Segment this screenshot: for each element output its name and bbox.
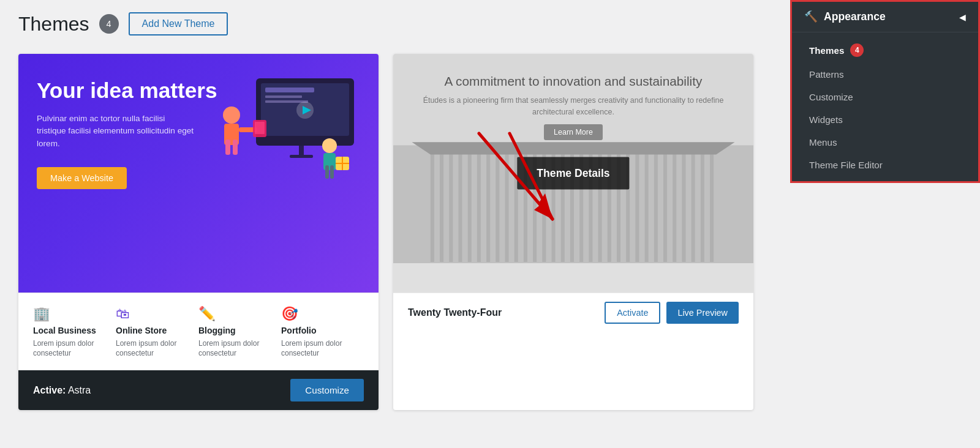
svg-rect-48 bbox=[635, 150, 639, 261]
customize-button[interactable]: Customize bbox=[290, 379, 364, 401]
active-theme-name: Astra bbox=[68, 385, 91, 395]
svg-point-16 bbox=[322, 138, 337, 153]
themes-badge: 4 bbox=[850, 43, 864, 57]
appearance-header[interactable]: 🔨 Appearance ◀ bbox=[792, 2, 978, 32]
svg-rect-56 bbox=[710, 150, 714, 261]
svg-rect-3 bbox=[265, 95, 302, 98]
page-title: Themes bbox=[18, 13, 89, 35]
ttf-actions: Activate Live Preview bbox=[605, 302, 739, 324]
svg-rect-55 bbox=[701, 150, 704, 261]
menu-item-theme-file-editor[interactable]: Theme File Editor bbox=[792, 154, 978, 176]
svg-rect-49 bbox=[645, 150, 649, 261]
feature-label-2: Blogging bbox=[198, 326, 236, 335]
activate-button[interactable]: Activate bbox=[605, 302, 660, 324]
astra-features: 🏢 Local Business Lorem ipsum dolor conse… bbox=[18, 293, 379, 370]
active-text: Active: bbox=[33, 385, 66, 395]
theme-card-astra: Your idea matters Pulvinar enim ac torto… bbox=[18, 54, 379, 410]
theme-card-twentytwentyfour: A commitment to innovation and sustainab… bbox=[393, 54, 753, 410]
svg-rect-26 bbox=[431, 150, 434, 261]
ttf-subtext: Études is a pioneering firm that seamles… bbox=[405, 95, 741, 118]
svg-rect-7 bbox=[299, 146, 304, 155]
theme-count-badge: 4 bbox=[99, 14, 119, 34]
svg-rect-15 bbox=[255, 122, 265, 134]
astra-preview: Your idea matters Pulvinar enim ac torto… bbox=[18, 54, 379, 293]
menu-label-patterns: Patterns bbox=[809, 69, 844, 80]
red-arrows-svg bbox=[454, 121, 577, 244]
svg-rect-53 bbox=[682, 150, 685, 261]
svg-rect-27 bbox=[440, 150, 443, 261]
astra-subtitle: Pulvinar enim ac tortor nulla facilisi t… bbox=[37, 113, 196, 150]
svg-rect-18 bbox=[325, 165, 329, 179]
appearance-menu: 🔨 Appearance ◀ Themes 4 Patterns Customi… bbox=[790, 0, 980, 183]
ttf-headline: A commitment to innovation and sustainab… bbox=[405, 72, 741, 90]
appearance-menu-items: Themes 4 Patterns Customize Widgets Menu… bbox=[792, 32, 978, 181]
svg-rect-12 bbox=[233, 140, 238, 155]
svg-rect-2 bbox=[265, 88, 314, 92]
feature-local-business: 🏢 Local Business Lorem ipsum dolor conse… bbox=[33, 305, 116, 358]
live-preview-button[interactable]: Live Preview bbox=[666, 302, 739, 324]
appearance-title: Appearance bbox=[824, 10, 886, 23]
svg-rect-19 bbox=[330, 165, 334, 179]
menu-item-customize[interactable]: Customize bbox=[792, 86, 978, 108]
active-label: Active: Astra bbox=[33, 385, 91, 396]
svg-point-9 bbox=[223, 106, 240, 124]
feature-desc-2: Lorem ipsum dolor consectetur bbox=[198, 339, 281, 358]
menu-item-themes[interactable]: Themes 4 bbox=[792, 37, 978, 63]
svg-rect-8 bbox=[290, 155, 313, 158]
feature-portfolio: 🎯 Portfolio Lorem ipsum dolor consectetu… bbox=[281, 305, 364, 358]
feature-desc-1: Lorem ipsum dolor consectetur bbox=[116, 339, 198, 358]
online-store-icon: 🛍 bbox=[116, 305, 129, 322]
menu-item-widgets[interactable]: Widgets bbox=[792, 108, 978, 131]
feature-label-0: Local Business bbox=[33, 326, 96, 335]
svg-rect-50 bbox=[654, 150, 658, 261]
feature-label-3: Portfolio bbox=[281, 326, 317, 335]
local-business-icon: 🏢 bbox=[33, 305, 50, 322]
svg-rect-28 bbox=[449, 150, 453, 261]
blogging-icon: ✏️ bbox=[198, 305, 216, 322]
menu-label-customize: Customize bbox=[809, 92, 853, 102]
svg-rect-52 bbox=[673, 150, 676, 261]
menu-item-menus[interactable]: Menus bbox=[792, 131, 978, 154]
astra-footer: Active: Astra Customize bbox=[18, 370, 379, 410]
menu-label-themes: Themes bbox=[809, 45, 844, 56]
menu-item-patterns[interactable]: Patterns bbox=[792, 63, 978, 86]
ttf-theme-name: Twenty Twenty-Four bbox=[408, 307, 502, 318]
ttf-preview: A commitment to innovation and sustainab… bbox=[393, 54, 753, 293]
portfolio-icon: 🎯 bbox=[281, 305, 298, 322]
svg-rect-54 bbox=[692, 150, 695, 261]
ttf-footer: Twenty Twenty-Four Activate Live Preview bbox=[393, 293, 753, 332]
svg-rect-11 bbox=[225, 140, 230, 155]
themes-grid: Your idea matters Pulvinar enim ac torto… bbox=[18, 54, 753, 410]
feature-desc-3: Lorem ipsum dolor consectetur bbox=[281, 339, 364, 358]
feature-desc-0: Lorem ipsum dolor consectetur bbox=[33, 339, 116, 358]
feature-blogging: ✏️ Blogging Lorem ipsum dolor consectetu… bbox=[198, 305, 281, 358]
svg-rect-58 bbox=[393, 263, 753, 293]
add-new-theme-button[interactable]: Add New Theme bbox=[129, 12, 228, 35]
menu-label-theme-file-editor: Theme File Editor bbox=[809, 160, 883, 170]
appearance-icon: 🔨 bbox=[804, 10, 818, 23]
astra-illustration bbox=[207, 66, 366, 189]
chevron-icon: ◀ bbox=[959, 12, 966, 22]
menu-label-menus: Menus bbox=[809, 137, 837, 147]
svg-rect-51 bbox=[663, 150, 667, 261]
feature-label-1: Online Store bbox=[116, 326, 167, 335]
astra-cta-button[interactable]: Make a Website bbox=[37, 167, 127, 189]
menu-label-widgets: Widgets bbox=[809, 114, 843, 125]
feature-online-store: 🛍 Online Store Lorem ipsum dolor consect… bbox=[116, 305, 198, 358]
